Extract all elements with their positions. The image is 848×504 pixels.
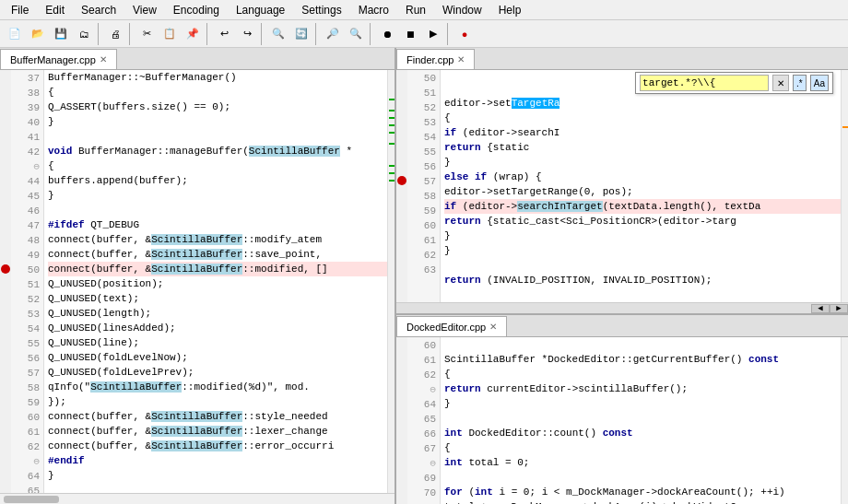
zoom-in-button[interactable]: 🔎: [322, 23, 344, 45]
scroll-right-arrow[interactable]: ▶: [830, 304, 848, 313]
code-line: Q_UNUSED(position);: [48, 276, 387, 291]
code-line: return {static: [444, 140, 841, 155]
run-button[interactable]: ●: [453, 23, 476, 45]
right-bottom-pane: DockedEditor.cpp ✕ 60 61 62 ⊖ 64 65 66 6…: [396, 315, 848, 504]
scroll-left-arrow[interactable]: ◀: [811, 304, 830, 313]
menu-macro[interactable]: Macro: [351, 2, 396, 18]
code-line: {: [444, 111, 841, 125]
right-top-pane: Finder.cpp ✕ ✕ .* Aa 50 51: [396, 48, 848, 315]
tab-dockededitor-close[interactable]: ✕: [489, 322, 497, 332]
zoom-out-button[interactable]: 🔍: [345, 23, 367, 45]
new-button[interactable]: 📄: [4, 23, 26, 45]
right-top-scroll[interactable]: [841, 70, 848, 302]
breakpoint-46: [1, 264, 10, 274]
code-line: {: [48, 158, 387, 173]
left-panel: BufferManager.cpp ✕ 37 38 39 40 41: [0, 48, 396, 504]
open-button[interactable]: 📂: [27, 23, 49, 45]
search-input[interactable]: [640, 75, 769, 91]
save-button[interactable]: 💾: [50, 23, 72, 45]
right-bottom-code-content[interactable]: ScintillaBuffer *DockedEditor::getCurren…: [441, 337, 841, 504]
menu-edit[interactable]: Edit: [38, 2, 72, 18]
find-button[interactable]: 🔍: [267, 23, 289, 45]
right-panel: Finder.cpp ✕ ✕ .* Aa 50 51: [396, 48, 848, 504]
menu-settings[interactable]: Settings: [294, 2, 348, 18]
right-top-h-scroll[interactable]: ◀ ▶: [396, 302, 848, 313]
left-h-scroll[interactable]: [0, 493, 395, 504]
search-regex-button[interactable]: .*: [793, 75, 807, 91]
copy-button[interactable]: 📋: [159, 23, 181, 45]
cut-button[interactable]: ✂: [135, 23, 158, 45]
left-h-scroll-thumb[interactable]: [4, 496, 59, 503]
right-top-tab-bar: Finder.cpp ✕: [396, 48, 848, 70]
code-line: total += m_DockManager->dockArea(i)->doc…: [444, 499, 841, 504]
menu-language[interactable]: Language: [229, 2, 292, 18]
code-line: int DockedEditor::count() const: [444, 426, 841, 440]
code-line: });: [48, 394, 387, 409]
macro-rec-button[interactable]: ⏺: [376, 23, 398, 45]
left-code-editor[interactable]: 37 38 39 40 41 42 ⊖ 44 45 46 47 48 49 50…: [0, 70, 395, 493]
breakpoint-col-right-bottom: [396, 337, 407, 504]
macro-play-button[interactable]: ▶: [422, 23, 444, 45]
code-line: [444, 411, 841, 426]
right-top-code-content[interactable]: editor->setTargetRa { if (editor->search…: [441, 70, 841, 302]
sep4: [261, 23, 265, 45]
sep3: [206, 23, 210, 45]
change-marker: [389, 143, 395, 145]
right-bottom-scroll[interactable]: [841, 337, 848, 504]
menu-run[interactable]: Run: [398, 2, 433, 18]
tab-buffermanager[interactable]: BufferManager.cpp ✕: [0, 49, 117, 69]
tab-dockededitor[interactable]: DockedEditor.cpp ✕: [396, 316, 507, 336]
save-all-button[interactable]: 🗂: [73, 23, 95, 45]
code-line: {: [444, 440, 841, 455]
change-marker: [389, 172, 395, 174]
code-line: connect(buffer, &ScintillaBuffer::save_p…: [48, 247, 387, 262]
menu-file[interactable]: File: [4, 2, 36, 18]
tab-dockededitor-label: DockedEditor.cpp: [406, 322, 486, 333]
menu-window[interactable]: Window: [435, 2, 489, 18]
change-marker: [389, 110, 395, 111]
tab-finder-label: Finder.cpp: [406, 54, 453, 65]
right-bottom-code-editor[interactable]: 60 61 62 ⊖ 64 65 66 67 ⊖ 69 70 71 72 73: [396, 337, 848, 504]
right-top-line-numbers: 50 51 52 53 54 55 56 57 58 59 60 61 62 6…: [407, 70, 441, 302]
code-line: }: [444, 243, 841, 258]
menu-help[interactable]: Help: [491, 2, 529, 18]
macro-stop-button[interactable]: ⏹: [399, 23, 421, 45]
search-clear-button[interactable]: ✕: [772, 75, 789, 91]
sep1: [98, 23, 101, 45]
print-button[interactable]: 🖨: [104, 23, 126, 45]
code-line: return (INVALID_POSITION, INVALID_POSITI…: [444, 273, 841, 287]
left-scroll-markers[interactable]: [387, 70, 395, 493]
breakpoint-col-left: [0, 70, 11, 493]
code-line: [444, 258, 841, 273]
code-line: }: [48, 188, 387, 203]
code-line: Q_UNUSED(line);: [48, 335, 387, 350]
change-marker: [389, 99, 395, 100]
code-line: Q_UNUSED(foldLevelPrev);: [48, 365, 387, 380]
menu-encoding[interactable]: Encoding: [166, 2, 227, 18]
code-line: return currentEditor->scintillaBuffer();: [444, 381, 841, 396]
code-line: connect(buffer, &ScintillaBuffer::style_…: [48, 409, 387, 424]
code-line: if (editor->searchInTarget(textData.leng…: [444, 199, 841, 214]
code-line: {: [444, 367, 841, 381]
redo-button[interactable]: ↪: [236, 23, 258, 45]
code-line: editor->setTargetRa: [444, 96, 841, 111]
undo-button[interactable]: ↩: [213, 23, 235, 45]
menu-view[interactable]: View: [125, 2, 164, 18]
code-line: if (editor->searchI: [444, 125, 841, 140]
menu-search[interactable]: Search: [74, 2, 124, 18]
tab-buffermanager-close[interactable]: ✕: [100, 54, 107, 64]
code-line: BufferManager::~BufferManager(): [48, 70, 387, 85]
code-line: #endif: [48, 453, 387, 468]
right-top-code-editor[interactable]: ✕ .* Aa 50 51 52 53 54 55 56 57: [396, 70, 848, 302]
tab-finder[interactable]: Finder.cpp ✕: [396, 49, 475, 69]
search-case-button[interactable]: Aa: [810, 75, 829, 91]
change-marker: [389, 132, 395, 134]
code-line: qInfo("ScintillaBuffer::modified(%d)", m…: [48, 380, 387, 394]
toolbar: 📄 📂 💾 🗂 🖨 ✂ 📋 📌 ↩ ↪ 🔍 🔄 🔎 🔍 ⏺ ⏹ ▶ ●: [0, 20, 848, 48]
code-line: else if (wrap) {: [444, 170, 841, 184]
replace-button[interactable]: 🔄: [290, 23, 312, 45]
paste-button[interactable]: 📌: [182, 23, 204, 45]
left-code-content[interactable]: BufferManager::~BufferManager() { Q_ASSE…: [44, 70, 387, 493]
code-line: [48, 483, 387, 493]
tab-finder-close[interactable]: ✕: [457, 54, 465, 64]
